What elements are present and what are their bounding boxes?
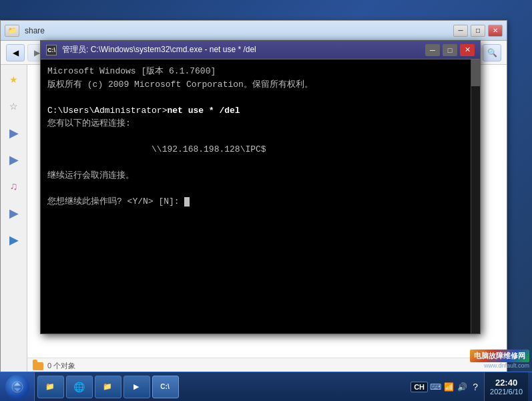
task-folder2-icon: 📁: [101, 380, 114, 394]
explorer-titlebar: 📁 share ─ □ ✕: [1, 21, 507, 41]
explorer-icon: 📁: [5, 25, 19, 37]
left-icon-7[interactable]: ▶: [5, 231, 23, 249]
clock-date: 2021/6/10: [490, 388, 523, 396]
tray-keyboard-icon: ⌨: [429, 381, 441, 393]
clock-area[interactable]: 22:40 2021/6/10: [484, 372, 528, 401]
start-orb: [5, 375, 29, 399]
cmd-line-4: C:\Users\Administrator>net use * /del: [47, 104, 473, 118]
cmd-content[interactable]: Microsoft Windows [版本 6.1.7600] 版权所有 (c)…: [41, 59, 480, 333]
start-button[interactable]: [0, 372, 35, 402]
left-panel: ★ ☆ ▶ ▶ ♫ ▶ ▶: [1, 65, 27, 374]
tray-volume-icon: 🔊: [456, 381, 468, 393]
cmd-title: 管理员: C:\Windows\system32\cmd.exe - net u…: [62, 44, 423, 55]
cmd-line-11: 您想继续此操作吗? <Y/N> [N]:: [47, 195, 473, 209]
clock-time: 22:40: [495, 378, 517, 388]
taskbar-tray: CH ⌨ 📶 🔊 ? 22:40 2021/6/10: [407, 372, 532, 401]
taskbar: 📁 🌐 📁 ▶ C:\ CH ⌨ 📶 🔊 ?: [0, 372, 532, 401]
left-icon-6[interactable]: ▶: [5, 204, 23, 223]
folder-icon: [33, 362, 43, 370]
cmd-scrollbar[interactable]: [471, 59, 480, 333]
task-cmd-icon: C:\: [158, 380, 172, 394]
explorer-title: share: [25, 26, 451, 35]
watermark-url: www.dnfault.com: [484, 362, 529, 369]
task-ie-button[interactable]: 🌐: [66, 376, 93, 398]
left-icon-1[interactable]: ★: [5, 70, 23, 89]
task-folder-icon: 📁: [43, 380, 57, 394]
task-media-button[interactable]: ▶: [123, 376, 150, 398]
task-cmd-button[interactable]: C:\: [152, 376, 179, 398]
left-icon-5[interactable]: ♫: [5, 177, 23, 196]
cmd-line-1: Microsoft Windows [版本 6.1.7600]: [47, 65, 473, 78]
tray-question-icon: ?: [469, 381, 481, 393]
explorer-close-button[interactable]: ✕: [488, 25, 503, 37]
left-icon-4[interactable]: ▶: [5, 150, 23, 169]
cmd-line-9: 继续运行会取消连接。: [47, 169, 473, 182]
search-button[interactable]: 🔍: [483, 44, 501, 61]
task-explorer-button[interactable]: 📁: [37, 376, 64, 398]
cmd-line-2: 版权所有 (c) 2009 Microsoft Corporation。保留所有…: [47, 78, 473, 92]
cmd-line-5: 您有以下的远程连接:: [47, 117, 473, 130]
cmd-close-button[interactable]: ✕: [460, 44, 475, 56]
cmd-line-10: [47, 182, 473, 196]
desktop: 📁 share ─ □ ✕ ◀ ▶ ▲ 📁 网络 ▶ 192.168.198.1…: [0, 0, 532, 401]
task-explorer2-button[interactable]: 📁: [95, 376, 121, 398]
back-button[interactable]: ◀: [6, 44, 25, 61]
task-media-icon: ▶: [129, 380, 143, 394]
lang-indicator[interactable]: CH: [411, 382, 428, 392]
cmd-line-3: [47, 91, 473, 104]
cmd-line-6: [47, 130, 473, 144]
taskbar-tasks: 📁 🌐 📁 ▶ C:\: [35, 372, 407, 401]
watermark-logo: 电脑故障维修网: [470, 350, 529, 362]
watermark: 电脑故障维修网 www.dnfault.com: [470, 350, 529, 369]
cmd-window: C:\ 管理员: C:\Windows\system32\cmd.exe - n…: [40, 40, 481, 334]
left-icon-2[interactable]: ☆: [5, 97, 23, 116]
cmd-minimize-button[interactable]: ─: [425, 44, 440, 56]
task-ie-icon: 🌐: [72, 380, 85, 394]
tray-icons: CH ⌨ 📶 🔊 ?: [411, 381, 481, 393]
cursor: [184, 197, 190, 207]
scrollbar-thumb: [471, 59, 480, 86]
cmd-maximize-button[interactable]: □: [443, 44, 457, 56]
cmd-icon: C:\: [46, 45, 57, 55]
explorer-maximize-button[interactable]: □: [471, 25, 485, 37]
cmd-line-7: \\192.168.198.128\IPC$: [47, 143, 473, 156]
status-text: 0 个对象: [47, 361, 75, 371]
tray-network-icon: 📶: [443, 381, 455, 393]
cmd-line-8: [47, 156, 473, 170]
cmd-titlebar: C:\ 管理员: C:\Windows\system32\cmd.exe - n…: [41, 41, 480, 59]
left-icon-3[interactable]: ▶: [5, 124, 23, 142]
explorer-minimize-button[interactable]: ─: [453, 25, 468, 37]
